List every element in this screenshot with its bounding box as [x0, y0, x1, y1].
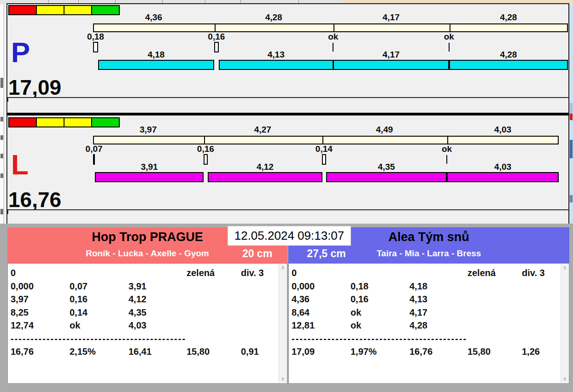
- table-separator: ----------------------------------------…: [292, 334, 517, 344]
- window-fragment: [570, 114, 573, 120]
- split-time-label: 4,36: [93, 13, 214, 22]
- background-window-left: [0, 4, 6, 224]
- table-cell: 15,80: [468, 346, 491, 357]
- rope-height-label: 20 cm: [228, 248, 286, 260]
- table-cell: ok: [351, 320, 361, 331]
- split-total-bar: [93, 136, 559, 144]
- lane-P: P 17,09 4,364,284,174,280,184,180,164,13…: [7, 4, 568, 112]
- table-cell: zelená: [468, 268, 496, 278]
- table-cell: 1,26: [522, 346, 540, 357]
- run-time-label: 4,18: [98, 50, 214, 59]
- split-separator: [204, 137, 205, 144]
- table-cell: 0: [11, 268, 16, 278]
- timing-panel: P 17,09 4,364,284,174,280,184,180,164,13…: [6, 3, 569, 224]
- split-separator: [333, 24, 334, 31]
- run-time-label: 4,13: [219, 50, 333, 59]
- run-segment: [447, 172, 559, 182]
- window-fragment: [0, 209, 3, 214]
- table-separator: ----------------------------------------…: [11, 334, 236, 344]
- table-totals-row: 16,762,15%16,4115,800,91: [8, 346, 287, 358]
- table-cell: 12,74: [11, 320, 34, 331]
- scroll-down-icon[interactable]: ∨: [561, 375, 568, 383]
- table-row: 0,0000,184,18: [289, 281, 569, 293]
- table-cell: 4,28: [409, 320, 427, 331]
- lane-total-time: 17,09: [8, 77, 61, 98]
- status-square: [64, 5, 92, 15]
- table-cell: 16,76: [409, 346, 433, 357]
- split-total-bar: [93, 23, 568, 32]
- table-cell: 4,35: [129, 307, 146, 318]
- status-square: [36, 117, 64, 127]
- split-time-label: 4,49: [322, 125, 447, 134]
- marker-label: 0,14: [305, 144, 342, 154]
- table-cell: 4,18: [409, 281, 427, 292]
- run-time-label: 4,28: [449, 50, 568, 59]
- table-row: 3,970,164,12: [8, 294, 287, 306]
- lane-baseline-tick: [7, 98, 8, 102]
- lane-baseline: [7, 97, 568, 98]
- split-time-label: 3,97: [93, 125, 204, 134]
- run-segment: [95, 172, 204, 182]
- window-fragment: [0, 117, 3, 121]
- marker-label: 0,16: [187, 144, 224, 154]
- table-cell: zelená: [187, 268, 215, 278]
- table-cell: 16,76: [11, 346, 34, 357]
- window-fragment: [0, 154, 3, 158]
- window-fragment: [0, 135, 3, 140]
- table-row: 8,250,144,35: [8, 307, 287, 319]
- split-time-label: 4,27: [204, 125, 322, 134]
- window-fragment: [0, 173, 3, 178]
- run-segment: [333, 60, 449, 70]
- table-row: 0,0000,073,91: [8, 281, 287, 293]
- table-cell: div. 3: [241, 268, 264, 278]
- split-separator: [215, 24, 216, 31]
- lane-letter: L: [11, 150, 29, 179]
- pause-marker: [322, 154, 326, 165]
- scoreboard-section: Hop Trop PRAGUE Roník - Lucka - Axelle -…: [0, 224, 573, 392]
- table-row: 8,64ok4,17: [289, 307, 569, 319]
- window-fragment: [570, 195, 573, 202]
- score-panel-right: Alea Tým snů Taira - Mia - Larra - Bress…: [288, 227, 569, 384]
- table-cell: 2,15%: [70, 346, 96, 357]
- table-cell: 8,64: [292, 307, 310, 318]
- table-cell: 0,16: [351, 294, 368, 305]
- timestamp: 12.05.2024 09:13:07: [228, 226, 351, 245]
- run-time-label: 4,35: [326, 162, 447, 172]
- lane-letter: P: [11, 38, 30, 67]
- split-time-label: 4,17: [333, 13, 449, 22]
- results-table: ∧ ∨ 0zelenádiv. 30,0000,073,913,970,164,…: [7, 263, 287, 384]
- run-segment: [326, 172, 447, 182]
- table-cell: 8,25: [11, 307, 29, 318]
- split-time-label: 4,28: [214, 13, 333, 22]
- lane-baseline: [7, 209, 568, 210]
- table-cell: 3,97: [11, 294, 29, 305]
- table-cell: 0,18: [351, 281, 368, 292]
- status-square: [64, 117, 92, 127]
- status-square: [8, 5, 37, 15]
- run-time-label: 4,03: [447, 162, 559, 172]
- marker-label: 0,18: [77, 32, 114, 41]
- table-cell: 4,13: [409, 294, 427, 305]
- marker-label: ok: [431, 32, 468, 41]
- table-cell: div. 3: [522, 268, 545, 278]
- lane-total-time: 16,76: [8, 189, 61, 210]
- window-fragment: [0, 78, 3, 88]
- split-separator: [322, 137, 323, 144]
- table-cell: 4,36: [292, 294, 310, 305]
- split-time-label: 4,28: [449, 13, 568, 22]
- table-cell: 4,17: [409, 307, 427, 318]
- marker-label: ok: [315, 32, 351, 41]
- table-cell: 0,91: [241, 346, 259, 357]
- lane-baseline-tick: [7, 210, 8, 214]
- run-segment: [98, 60, 214, 70]
- table-cell: 12,81: [292, 320, 315, 331]
- status-square: [36, 5, 64, 15]
- table-cell: 0,14: [70, 307, 88, 318]
- table-cell: ok: [351, 307, 361, 318]
- table-totals-row: 17,091,97%16,7615,801,26: [289, 346, 569, 358]
- lane-L: L 16,76 3,974,274,494,030,073,910,164,12…: [7, 116, 568, 224]
- pause-marker: [214, 42, 219, 52]
- score-panel-left: Hop Trop PRAGUE Roník - Lucka - Axelle -…: [7, 227, 287, 384]
- run-time-label: 4,17: [333, 50, 449, 59]
- scroll-down-icon[interactable]: ∨: [279, 375, 286, 383]
